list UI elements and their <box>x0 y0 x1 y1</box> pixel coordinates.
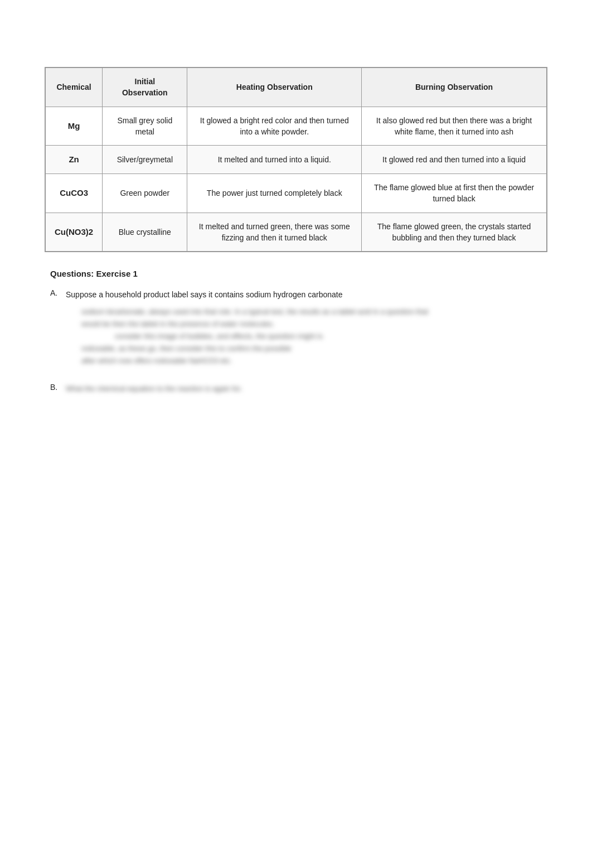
burning-cuno32: The flame glowed green, the crystals sta… <box>362 213 547 252</box>
question-b-blurred: What the chemical equation to the reacti… <box>66 383 242 395</box>
heating-zn: It melted and turned into a liquid. <box>187 146 362 174</box>
chemical-cuco3: CuCO3 <box>45 173 103 213</box>
col-header-burning: Burning Observation <box>362 67 547 107</box>
chemical-cuno32: Cu(NO3)2 <box>45 213 103 252</box>
observations-table: Chemical Initial Observation Heating Obs… <box>45 67 547 252</box>
question-a-blurred-answer: sodium bicarbonate, always used into tha… <box>66 306 547 367</box>
burning-zn: It glowed red and then turned into a liq… <box>362 146 547 174</box>
chemical-mg: Mg <box>45 107 103 146</box>
question-a-content: Suppose a household product label says i… <box>66 288 547 372</box>
question-a-text: Suppose a household product label says i… <box>66 290 343 299</box>
initial-cuno32: Blue crystalline <box>103 213 187 252</box>
col-header-chemical: Chemical <box>45 67 103 107</box>
initial-mg: Small grey solid metal <box>103 107 187 146</box>
chemical-zn: Zn <box>45 146 103 174</box>
burning-cuco3: The flame glowed blue at first then the … <box>362 173 547 213</box>
question-b: B. What the chemical equation to the rea… <box>50 383 547 395</box>
table-row: Mg Small grey solid metal It glowed a br… <box>45 107 547 146</box>
questions-title: Questions: Exercise 1 <box>50 269 547 278</box>
table-row: Cu(NO3)2 Blue crystalline It melted and … <box>45 213 547 252</box>
table-row: CuCO3 Green powder The power just turned… <box>45 173 547 213</box>
heating-mg: It glowed a bright red color and then tu… <box>187 107 362 146</box>
question-b-label: B. <box>50 383 66 395</box>
initial-zn: Silver/greymetal <box>103 146 187 174</box>
burning-mg: It also glowed red but then there was a … <box>362 107 547 146</box>
question-a: A. Suppose a household product label say… <box>50 288 547 372</box>
initial-cuco3: Green powder <box>103 173 187 213</box>
heating-cuno32: It melted and turned green, there was so… <box>187 213 362 252</box>
table-row: Zn Silver/greymetal It melted and turned… <box>45 146 547 174</box>
questions-section: Questions: Exercise 1 A. Suppose a house… <box>45 269 547 395</box>
heating-cuco3: The power just turned completely black <box>187 173 362 213</box>
col-header-heating: Heating Observation <box>187 67 362 107</box>
question-a-label: A. <box>50 288 66 372</box>
col-header-initial: Initial Observation <box>103 67 187 107</box>
